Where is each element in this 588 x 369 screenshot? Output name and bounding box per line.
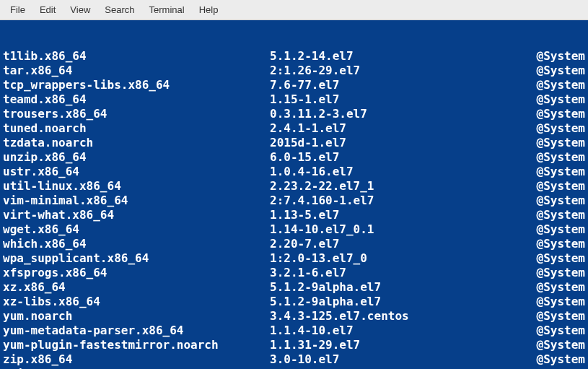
package-repo: @System <box>522 237 585 251</box>
package-name: teamd.x86_64 <box>3 92 270 107</box>
package-name: zip.x86_64 <box>3 352 270 367</box>
package-version: 1.13-5.el7 <box>270 208 522 222</box>
package-name: trousers.x86_64 <box>3 107 270 121</box>
package-name: xz-libs.x86_64 <box>3 295 270 309</box>
package-repo: @System <box>522 107 585 121</box>
package-row: wpa_supplicant.x86_641:2.0-13.el7_0@Syst… <box>3 251 585 266</box>
package-row: ustr.x86_641.0.4-16.el7@System <box>3 165 585 179</box>
package-name: vim-minimal.x86_64 <box>3 194 270 208</box>
package-version: 2015d-1.el7 <box>270 136 522 150</box>
package-repo: @System <box>522 280 585 295</box>
package-name: which.x86_64 <box>3 237 270 251</box>
package-row: vim-minimal.x86_642:7.4.160-1.el7@System <box>3 194 585 208</box>
package-repo: @System <box>522 165 585 179</box>
package-repo: @System <box>522 352 585 367</box>
package-row: yum-metadata-parser.x86_641.1.4-10.el7@S… <box>3 324 585 338</box>
package-row: tcp_wrappers-libs.x86_647.6-77.el7@Syste… <box>3 78 585 92</box>
package-version: 6.0-15.el7 <box>270 150 522 165</box>
package-version: 1.14-10.el7_0.1 <box>270 222 522 237</box>
package-row: tar.x86_642:1.26-29.el7@System <box>3 64 585 78</box>
menu-edit[interactable]: Edit <box>32 1 63 18</box>
menu-file[interactable]: File <box>3 1 32 18</box>
package-row: zip.x86_643.0-10.el7@System <box>3 352 585 367</box>
package-repo: @System <box>522 309 585 324</box>
package-name: tuned.noarch <box>3 121 270 136</box>
package-version: 7.6-77.el7 <box>270 78 522 92</box>
package-row: trousers.x86_640.3.11.2-3.el7@System <box>3 107 585 121</box>
package-repo: @System <box>522 92 585 107</box>
package-version: 1:2.0-13.el7_0 <box>270 251 522 266</box>
package-row: tzdata.noarch2015d-1.el7@System <box>3 136 585 150</box>
menubar: File Edit View Search Terminal Help <box>0 0 588 20</box>
package-name: tcp_wrappers-libs.x86_64 <box>3 78 270 92</box>
package-version: 5.1.2-9alpha.el7 <box>270 295 522 309</box>
package-repo: @System <box>522 121 585 136</box>
package-row: virt-what.x86_641.13-5.el7@System <box>3 208 585 222</box>
package-version: 1.0.4-16.el7 <box>270 165 522 179</box>
package-version: 3.0-10.el7 <box>270 352 522 367</box>
package-row: xfsprogs.x86_643.2.1-6.el7@System <box>3 266 585 280</box>
package-row: xz.x86_645.1.2-9alpha.el7@System <box>3 280 585 295</box>
package-name: yum.noarch <box>3 309 270 324</box>
package-name: tzdata.noarch <box>3 136 270 150</box>
package-repo: @System <box>522 266 585 280</box>
package-repo: @System <box>522 251 585 266</box>
package-repo: @System <box>522 338 585 352</box>
package-name: wpa_supplicant.x86_64 <box>3 251 270 266</box>
menu-terminal[interactable]: Terminal <box>142 1 192 18</box>
package-repo: @System <box>522 324 585 338</box>
package-version: 5.1.2-9alpha.el7 <box>270 280 522 295</box>
package-row: yum-plugin-fastestmirror.noarch1.1.31-29… <box>3 338 585 352</box>
package-name: util-linux.x86_64 <box>3 179 270 194</box>
package-repo: @System <box>522 78 585 92</box>
package-version: 5.1.2-14.el7 <box>270 49 522 64</box>
package-version: 3.4.3-125.el7.centos <box>270 309 522 324</box>
package-name: xz.x86_64 <box>3 280 270 295</box>
package-repo: @System <box>522 64 585 78</box>
package-row: t1lib.x86_645.1.2-14.el7@System <box>3 49 585 64</box>
package-repo: @System <box>522 49 585 64</box>
package-name: xfsprogs.x86_64 <box>3 266 270 280</box>
package-repo: @System <box>522 194 585 208</box>
package-name: unzip.x86_64 <box>3 150 270 165</box>
package-version: 2:7.4.160-1.el7 <box>270 194 522 208</box>
package-repo: @System <box>522 150 585 165</box>
package-repo: @System <box>522 208 585 222</box>
package-repo: @System <box>522 179 585 194</box>
package-version: 2:1.26-29.el7 <box>270 64 522 78</box>
package-version: 2.4.1-1.el7 <box>270 121 522 136</box>
menu-help[interactable]: Help <box>192 1 226 18</box>
package-version: 1.15-1.el7 <box>270 92 522 107</box>
package-name: virt-what.x86_64 <box>3 208 270 222</box>
menu-view[interactable]: View <box>63 1 97 18</box>
package-row: yum.noarch3.4.3-125.el7.centos@System <box>3 309 585 324</box>
package-name: wget.x86_64 <box>3 222 270 237</box>
package-row: tuned.noarch2.4.1-1.el7@System <box>3 121 585 136</box>
package-name: yum-plugin-fastestmirror.noarch <box>3 338 270 352</box>
package-name: yum-metadata-parser.x86_64 <box>3 324 270 338</box>
package-row: teamd.x86_641.15-1.el7@System <box>3 92 585 107</box>
package-version: 1.1.4-10.el7 <box>270 324 522 338</box>
package-row: util-linux.x86_642.23.2-22.el7_1@System <box>3 179 585 194</box>
package-row: unzip.x86_646.0-15.el7@System <box>3 150 585 165</box>
package-name: t1lib.x86_64 <box>3 49 270 64</box>
package-version: 2.20-7.el7 <box>270 237 522 251</box>
package-row: which.x86_642.20-7.el7@System <box>3 237 585 251</box>
package-version: 3.2.1-6.el7 <box>270 266 522 280</box>
terminal-output[interactable]: t1lib.x86_645.1.2-14.el7@Systemtar.x86_6… <box>0 20 588 369</box>
package-version: 1.1.31-29.el7 <box>270 338 522 352</box>
package-row: xz-libs.x86_645.1.2-9alpha.el7@System <box>3 295 585 309</box>
package-version: 2.23.2-22.el7_1 <box>270 179 522 194</box>
package-repo: @System <box>522 136 585 150</box>
package-name: ustr.x86_64 <box>3 165 270 179</box>
menu-search[interactable]: Search <box>97 1 141 18</box>
package-row: wget.x86_641.14-10.el7_0.1@System <box>3 222 585 237</box>
package-version: 0.3.11.2-3.el7 <box>270 107 522 121</box>
package-repo: @System <box>522 295 585 309</box>
package-name: tar.x86_64 <box>3 64 270 78</box>
package-repo: @System <box>522 222 585 237</box>
